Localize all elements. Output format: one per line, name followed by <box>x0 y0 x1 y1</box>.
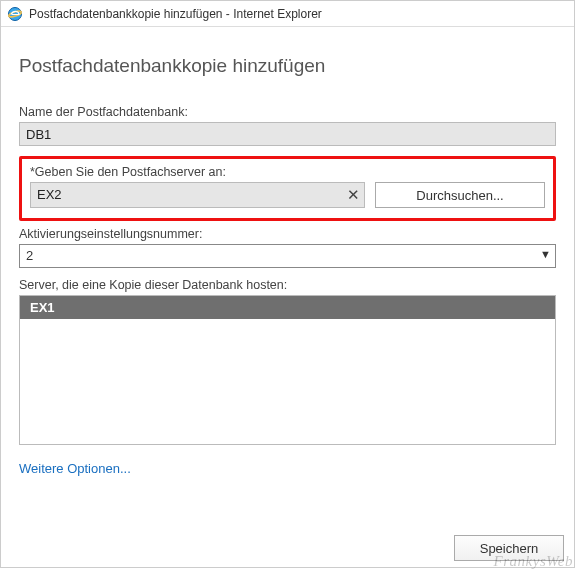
mailbox-server-highlight: *Geben Sie den Postfachserver an: EX2 ✕ … <box>19 156 556 221</box>
dialog-footer: Speichern <box>454 535 564 561</box>
db-name-field: DB1 <box>19 122 556 146</box>
db-name-label: Name der Postfachdatenbank: <box>19 105 556 119</box>
save-button[interactable]: Speichern <box>454 535 564 561</box>
browse-button[interactable]: Durchsuchen... <box>375 182 545 208</box>
clear-icon[interactable]: ✕ <box>342 184 364 206</box>
hosting-servers-label: Server, die eine Kopie dieser Datenbank … <box>19 278 556 292</box>
mailbox-server-input-wrap: EX2 ✕ <box>30 182 365 208</box>
window-title: Postfachdatenbankkopie hinzufügen - Inte… <box>29 7 322 21</box>
page-title: Postfachdatenbankkopie hinzufügen <box>19 55 556 77</box>
mailbox-server-input[interactable]: EX2 <box>31 182 342 208</box>
window-titlebar: Postfachdatenbankkopie hinzufügen - Inte… <box>1 1 574 27</box>
ie-icon <box>7 6 23 22</box>
list-item[interactable]: EX1 <box>20 296 555 319</box>
hosting-servers-list[interactable]: EX1 <box>19 295 556 445</box>
activation-pref-label: Aktivierungseinstellungsnummer: <box>19 227 556 241</box>
more-options-link[interactable]: Weitere Optionen... <box>19 461 131 476</box>
mailbox-server-label: *Geben Sie den Postfachserver an: <box>30 165 545 179</box>
activation-pref-select[interactable]: 2 <box>19 244 556 268</box>
dialog-content: Postfachdatenbankkopie hinzufügen Name d… <box>1 27 574 486</box>
